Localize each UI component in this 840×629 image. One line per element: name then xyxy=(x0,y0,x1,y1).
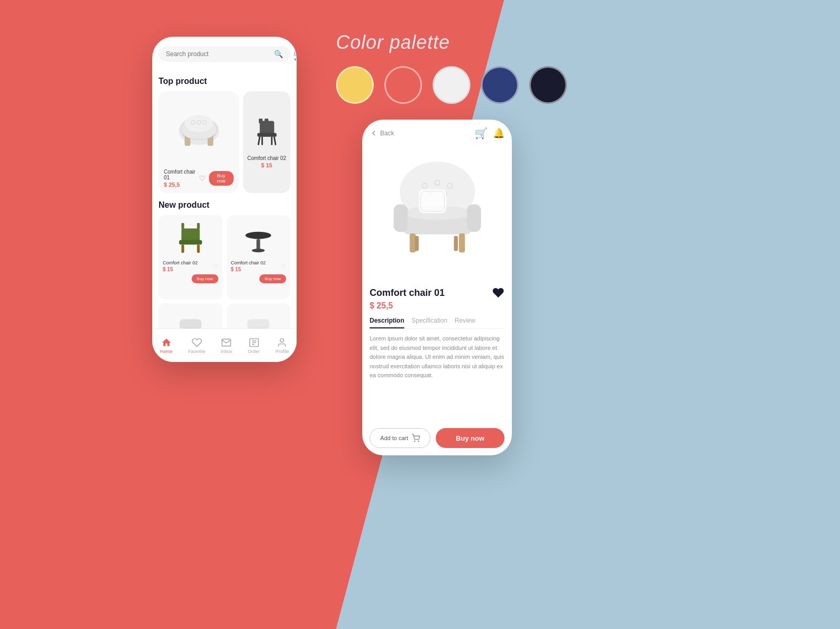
detail-info: Comfort chair 01 $ 25,5 Description Spec… xyxy=(362,279,512,423)
nav-home[interactable]: Home xyxy=(160,337,173,354)
chair-image-2 xyxy=(253,116,281,152)
svg-point-25 xyxy=(252,249,265,252)
color-swatch-navy-light xyxy=(481,66,519,104)
back-label: Back xyxy=(380,130,394,137)
detail-product-name: Comfort chair 01 xyxy=(370,287,445,298)
detail-product-image xyxy=(362,140,512,279)
search-bar[interactable]: 🔍 xyxy=(159,46,290,62)
home-icon xyxy=(161,337,172,348)
new-product-img-1 xyxy=(163,219,218,256)
new-product-img-2 xyxy=(231,219,287,256)
card1-name: Comfort chair 01 xyxy=(164,169,199,180)
new-card1-price: $ 15 xyxy=(163,266,198,272)
new-product-card-1: Comfort chair 02 $ 15 ♡ Buy now xyxy=(159,215,223,299)
svg-rect-11 xyxy=(258,119,262,123)
tab-review[interactable]: Review xyxy=(455,317,475,328)
search-input[interactable] xyxy=(166,50,274,58)
detail-header: Back 🛒 🔔 xyxy=(362,120,512,140)
detail-heart-icon[interactable] xyxy=(492,286,505,299)
cart-icon[interactable]: 🛒 xyxy=(293,48,297,61)
svg-point-5 xyxy=(184,115,213,132)
detail-product-price: $ 25,5 xyxy=(370,301,505,311)
new-card2-heart[interactable]: ♡ xyxy=(280,263,286,270)
add-to-cart-button[interactable]: Add to cart xyxy=(370,428,430,448)
detail-bell-icon[interactable]: 🔔 xyxy=(493,127,505,139)
detail-header-icons: 🛒 🔔 xyxy=(475,127,505,140)
new-card1-footer: Comfort chair 02 $ 15 ♡ xyxy=(163,260,218,272)
product-tabs: Description Specification Review xyxy=(370,317,505,329)
svg-rect-22 xyxy=(197,244,200,253)
svg-rect-43 xyxy=(393,204,407,232)
new-card2-info: Comfort chair 02 $ 15 xyxy=(231,260,266,272)
nav-favorite-label: Favorite xyxy=(188,349,205,354)
card2-price: $ 15 xyxy=(261,162,272,168)
svg-rect-21 xyxy=(181,244,184,253)
color-swatch-white xyxy=(433,66,470,104)
palette-circles xyxy=(336,66,567,104)
top-products-row: Comfort chair 01 $ 25,5 ♡ Buy now xyxy=(159,91,290,193)
nav-inbox[interactable]: Inbox xyxy=(220,337,232,354)
phone2-inner: Back 🛒 🔔 xyxy=(362,120,512,455)
nav-home-label: Home xyxy=(160,349,173,354)
order-icon xyxy=(249,337,259,348)
add-to-cart-label: Add to cart xyxy=(380,435,408,441)
chair-svg-1 xyxy=(170,104,228,157)
svg-rect-44 xyxy=(467,204,481,232)
svg-line-13 xyxy=(258,137,260,145)
detail-chair-svg xyxy=(374,152,500,267)
card1-heart-icon[interactable]: ♡ xyxy=(199,174,206,183)
inbox-icon xyxy=(221,337,232,348)
detail-cart-icon[interactable]: 🛒 xyxy=(475,127,488,140)
chair-image-1 xyxy=(164,97,234,165)
back-button[interactable]: Back xyxy=(370,129,394,137)
new-card1-info: Comfort chair 02 $ 15 xyxy=(163,260,198,272)
nav-inbox-label: Inbox xyxy=(220,349,232,354)
color-palette-section: Color palette xyxy=(336,31,567,104)
card2-name: Comfort chair 02 xyxy=(247,155,286,161)
svg-rect-49 xyxy=(418,189,446,214)
phone1-inner: 🔍 🛒 🔔 Top product xyxy=(152,37,297,362)
new-card2-footer: Comfort chair 02 $ 15 ♡ xyxy=(231,260,287,272)
svg-point-52 xyxy=(418,441,418,441)
black-table-svg xyxy=(240,219,277,256)
nav-profile[interactable]: Profile xyxy=(276,337,289,354)
card1-price: $ 25,5 xyxy=(164,182,199,188)
tab-description[interactable]: Description xyxy=(370,317,404,328)
svg-rect-18 xyxy=(179,240,202,244)
new-product-title: New product xyxy=(159,200,290,210)
top-product-title: Top product xyxy=(159,77,290,86)
color-swatch-navy-dark xyxy=(529,66,567,104)
nav-favorite[interactable]: Favorite xyxy=(188,337,205,354)
new-card1-name: Comfort chair 02 xyxy=(163,260,198,265)
back-chevron-icon xyxy=(370,129,378,137)
cart-btn-icon xyxy=(412,434,420,442)
detail-title-row: Comfort chair 01 xyxy=(370,286,505,299)
phone2: Back 🛒 🔔 xyxy=(362,120,512,455)
action-buttons: Add to cart Buy now xyxy=(362,423,512,455)
new-card1-buy-button[interactable]: Buy now xyxy=(192,274,218,283)
top-product-card-1: Comfort chair 01 $ 25,5 ♡ Buy now xyxy=(159,91,239,193)
card1-footer: Comfort chair 01 $ 25,5 ♡ Buy now xyxy=(164,169,234,188)
product-description: Lorem ipsum dolor sit amet, consectetur … xyxy=(370,334,505,380)
svg-rect-10 xyxy=(257,133,277,137)
new-product-card-2: Comfort chair 02 $ 15 ♡ Buy now xyxy=(227,215,291,299)
new-card1-heart[interactable]: ♡ xyxy=(213,263,218,270)
card1-info: Comfort chair 01 $ 25,5 xyxy=(164,169,199,188)
svg-rect-48 xyxy=(454,236,458,251)
svg-line-14 xyxy=(274,137,276,145)
card1-buy-button[interactable]: Buy now xyxy=(209,171,234,186)
top-product-card-2: Comfort chair 02 $ 15 xyxy=(243,91,290,193)
chair-svg-2 xyxy=(253,116,281,150)
nav-profile-label: Profile xyxy=(276,349,289,354)
color-swatch-red xyxy=(384,66,422,104)
nav-order-label: Order xyxy=(248,349,260,354)
svg-point-51 xyxy=(414,441,415,441)
buy-now-button[interactable]: Buy now xyxy=(436,428,505,448)
new-card2-name: Comfort chair 02 xyxy=(231,260,266,265)
phone1: 🔍 🛒 🔔 Top product xyxy=(152,37,297,362)
new-card2-buy-button[interactable]: Buy now xyxy=(259,274,286,283)
nav-order[interactable]: Order xyxy=(248,337,260,354)
green-chair-svg xyxy=(172,219,209,256)
tab-specification[interactable]: Specification xyxy=(412,317,447,328)
svg-point-34 xyxy=(280,338,284,342)
